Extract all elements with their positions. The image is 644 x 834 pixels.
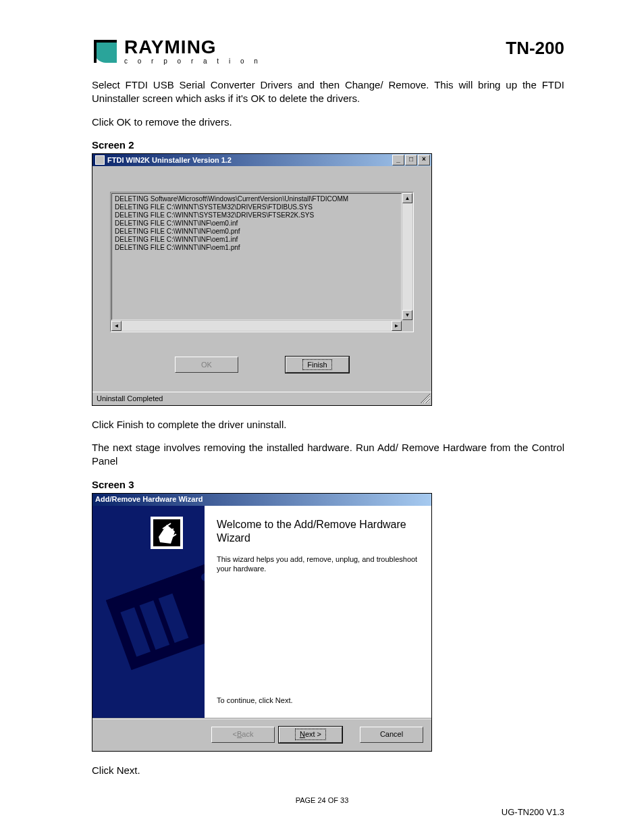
- page-header: RAYMING c o r p o r a t i o n TN-200: [92, 38, 564, 65]
- wizard-continue-hint: To continue, click Next.: [217, 696, 418, 711]
- logo-mark-icon: [92, 38, 119, 65]
- body-text: Select FTDI USB Serial Converter Drivers…: [92, 78, 564, 777]
- uninstaller-window: FTDI WIN2K Uninstaller Version 1.2 _ □ ×…: [92, 153, 432, 406]
- window-title: FTDI WIN2K Uninstaller Version 1.2: [107, 155, 232, 165]
- screen-label: Screen 3: [92, 478, 564, 492]
- window-icon: [95, 155, 105, 165]
- wizard-sidebar-graphic: [92, 506, 205, 718]
- statusbar: Uninstall Completed: [92, 392, 431, 405]
- window-body: DELETING Software\Microsoft\Windows\Curr…: [92, 166, 431, 392]
- titlebar[interactable]: FTDI WIN2K Uninstaller Version 1.2 _ □ ×: [92, 154, 431, 166]
- maximize-button[interactable]: □: [405, 155, 417, 165]
- cancel-button[interactable]: Cancel: [360, 727, 423, 743]
- document-model: TN-200: [506, 38, 564, 59]
- hardware-wizard-window: Add/Remove Hardware Wizard: [92, 493, 432, 752]
- paragraph: Click Next.: [92, 764, 564, 777]
- resize-grip-icon[interactable]: [421, 394, 430, 403]
- wizard-footer: < Back Next > Cancel: [92, 718, 431, 751]
- wizard-heading: Welcome to the Add/Remove Hardware Wizar…: [217, 518, 418, 545]
- close-button[interactable]: ×: [418, 155, 430, 165]
- scroll-down-icon[interactable]: ▼: [402, 310, 412, 320]
- wizard-description: This wizard helps you add, remove, unplu…: [217, 554, 418, 574]
- minimize-button[interactable]: _: [392, 155, 404, 165]
- page-number: PAGE 24 OF 33: [296, 796, 349, 804]
- button-row: OK Finish: [110, 357, 414, 373]
- page-footer: PAGE 24 OF 33 UG-TN200 V1.3: [0, 796, 644, 804]
- finish-button[interactable]: Finish: [286, 357, 349, 373]
- ok-button: OK: [175, 357, 238, 373]
- paragraph: Click OK to remove the drivers.: [92, 115, 564, 129]
- vertical-scrollbar[interactable]: ▲ ▼: [402, 193, 412, 320]
- wizard-content: Welcome to the Add/Remove Hardware Wizar…: [205, 506, 431, 718]
- window-buttons: _ □ ×: [392, 155, 430, 165]
- scroll-right-icon[interactable]: ►: [392, 321, 402, 331]
- document-number: UG-TN200 V1.3: [502, 807, 564, 817]
- scroll-up-icon[interactable]: ▲: [402, 193, 412, 203]
- status-text: Uninstall Completed: [97, 394, 163, 404]
- paragraph: The next stage involves removing the ins…: [92, 441, 564, 469]
- log-text: DELETING Software\Microsoft\Windows\Curr…: [111, 193, 402, 320]
- screen-label: Screen 2: [92, 138, 564, 152]
- logo: RAYMING c o r p o r a t i o n: [92, 38, 262, 65]
- document-page: RAYMING c o r p o r a t i o n TN-200 Sel…: [0, 0, 644, 834]
- logo-subtitle: c o r p o r a t i o n: [124, 58, 262, 65]
- paragraph: Click Finish to complete the driver unin…: [92, 418, 564, 432]
- window-title: Add/Remove Hardware Wizard: [95, 494, 203, 504]
- logo-name: RAYMING: [124, 38, 262, 57]
- back-button: < Back: [211, 727, 275, 743]
- wizard-body: Welcome to the Add/Remove Hardware Wizar…: [92, 506, 431, 718]
- titlebar[interactable]: Add/Remove Hardware Wizard: [92, 494, 431, 506]
- scroll-left-icon[interactable]: ◄: [111, 321, 122, 331]
- next-button[interactable]: Next >: [279, 727, 342, 743]
- log-frame: DELETING Software\Microsoft\Windows\Curr…: [110, 192, 414, 332]
- paragraph: Select FTDI USB Serial Converter Drivers…: [92, 78, 564, 106]
- horizontal-scrollbar[interactable]: ◄ ►: [111, 321, 402, 331]
